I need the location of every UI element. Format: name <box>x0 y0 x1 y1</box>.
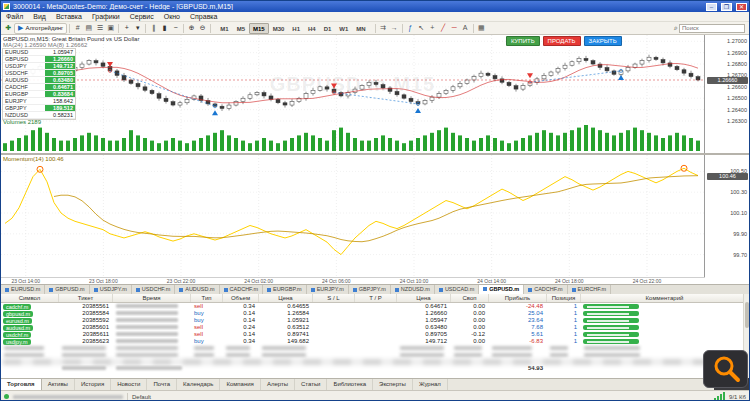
momentum-chart[interactable] <box>1 155 707 277</box>
chart-line-button[interactable]: ~ <box>170 23 181 34</box>
terminal-tab-3[interactable]: Новости <box>111 379 147 390</box>
column-header-7[interactable]: T / P <box>355 294 397 302</box>
column-header-3[interactable]: Тип <box>191 294 223 302</box>
scrollbar-thumb[interactable] <box>745 302 749 328</box>
buy-button[interactable]: КУПИТЬ <box>506 36 540 46</box>
terminal-header[interactable]: СимволТикетВремяТипОбъемЦенаS / LT / PЦе… <box>1 294 749 303</box>
chart-tab-0[interactable]: EURUSD.m <box>1 285 45 294</box>
timeframe-mn[interactable]: MN <box>352 23 369 34</box>
chart-bars-button[interactable]: ∥ <box>148 23 159 34</box>
column-header-4[interactable]: Объем <box>223 294 259 302</box>
quote-row-cadchf[interactable]: CADCHF0.64671 <box>3 84 75 91</box>
quote-row-usdchf[interactable]: USDCHF0.89705 <box>3 70 75 77</box>
crosshair-button[interactable]: + <box>427 23 438 34</box>
timeframe-h4[interactable]: H4 <box>304 23 320 34</box>
table-row[interactable]: usdjpy.m20385623buy0.34149.682149.7120.0… <box>1 338 749 345</box>
terminal-tab-10[interactable]: Эксперты <box>373 379 413 390</box>
terminal-tab-9[interactable]: Библиотека <box>327 379 373 390</box>
column-header-1[interactable]: Тикет <box>59 294 113 302</box>
chart-tab-10[interactable]: USDCAD.m <box>435 285 479 294</box>
column-header-5[interactable]: Цена <box>259 294 313 302</box>
objects-cursor-button[interactable]: ↖ <box>416 23 427 34</box>
indicator-pane[interactable]: Momentum(14) 100.46 <box>1 155 705 277</box>
chart-shift-button[interactable]: → <box>389 23 400 34</box>
chart-area[interactable]: GBPUSD.m,M15 GBPUSD.m,M15: Great Britain… <box>1 35 749 284</box>
trendline-button[interactable]: ╱ <box>438 23 449 34</box>
table-row[interactable]: audusd.m20385601sell0.240.635120.634800.… <box>1 324 749 331</box>
indicator-scale[interactable]: 100.50100.30100.1099.9099.70100.46 <box>705 155 749 277</box>
maximize-button[interactable]: ❐ <box>721 3 732 11</box>
zoom-widget[interactable] <box>703 350 748 388</box>
column-header-6[interactable]: S / L <box>313 294 355 302</box>
sell-button[interactable]: ПРОДАТЬ <box>543 36 581 46</box>
timeframe-m30[interactable]: M30 <box>269 23 289 34</box>
zoom-out-button[interactable]: ⊖ <box>197 23 208 34</box>
chart-tab-6[interactable]: EURGBP.m <box>263 285 307 294</box>
quote-row-usdjpy[interactable]: USDJPY149.712 <box>3 63 75 70</box>
auto-scroll-button[interactable]: ⇉ <box>378 23 389 34</box>
column-header-11[interactable]: Позиция <box>547 294 581 302</box>
terminal-tab-11[interactable]: Журнал <box>413 379 448 390</box>
terminal-tab-6[interactable]: Компания <box>220 379 260 390</box>
chart-tab-12[interactable]: CADCHF.m <box>524 285 567 294</box>
timeframe-m5[interactable]: M5 <box>233 23 249 34</box>
data-window-button[interactable]: ▤ <box>83 23 94 34</box>
hline-button[interactable]: ─ <box>449 23 460 34</box>
timeframe-m15[interactable]: M15 <box>249 23 269 34</box>
timeframe-m1[interactable]: M1 <box>216 23 232 34</box>
chart-tab-13[interactable]: EURCHF.m <box>568 285 611 294</box>
menu-item-5[interactable]: Окно <box>159 12 185 22</box>
quote-row-nzdusd[interactable]: NZDUSD0.58231 <box>3 112 75 119</box>
table-row[interactable]: usdchf.m20385611sell0.140.897410.89705-0… <box>1 331 749 338</box>
terminal-tab-8[interactable]: Статьи <box>295 379 327 390</box>
tile-windows-button[interactable]: ▦ <box>476 23 487 34</box>
price-pane[interactable]: GBPUSD.m,M15 GBPUSD.m,M15: Great Britain… <box>1 35 705 153</box>
menu-item-1[interactable]: Вид <box>28 12 51 22</box>
titlebar[interactable]: 3000014 - MetaQuotes-Demo: Демо-счет - H… <box>1 1 749 12</box>
chart-tab-11[interactable]: GBPUSD.m <box>479 284 524 294</box>
search-input[interactable] <box>679 24 745 33</box>
profiles-button[interactable]: ▾ <box>132 23 143 34</box>
chart-tab-8[interactable]: GBPJPY.m <box>349 285 391 294</box>
column-header-8[interactable]: Цена <box>397 294 451 302</box>
market-watch-button[interactable]: # <box>72 23 83 34</box>
table-row-redacted[interactable] <box>1 345 749 352</box>
column-header-10[interactable]: Прибыль <box>489 294 547 302</box>
candlestick-chart[interactable] <box>1 35 707 153</box>
chart-tab-2[interactable]: USDJPY.m <box>90 285 132 294</box>
zoom-in-button[interactable]: ⊕ <box>186 23 197 34</box>
quote-row-eurjpy[interactable]: EURJPY158.642 <box>3 98 75 105</box>
profile-name[interactable]: Default <box>132 394 151 400</box>
timeframe-d1[interactable]: D1 <box>320 23 336 34</box>
chart-candles-button[interactable]: ▮ <box>159 23 170 34</box>
menu-item-0[interactable]: Файл <box>1 12 28 22</box>
quote-row-eurgbp[interactable]: EURGBP0.83684 <box>3 91 75 98</box>
quote-row-audusd[interactable]: AUDUSD0.63480 <box>3 77 75 84</box>
column-header-2[interactable]: Время <box>113 294 191 302</box>
price-scale[interactable]: 1.270001.269001.268001.267001.266001.265… <box>705 35 749 153</box>
time-axis[interactable]: 23 Oct 14:0023 Oct 18:0023 Oct 22:0024 O… <box>1 277 705 284</box>
navigator-button[interactable]: ☰ <box>94 23 105 34</box>
chart-tab-5[interactable]: CADCHF.m <box>220 285 263 294</box>
minimize-button[interactable]: – <box>706 3 717 11</box>
table-row[interactable]: eurusd.m20385592buy0.141.059211.059470.0… <box>1 317 749 324</box>
table-row[interactable]: gbpusd.m20385584buy0.141.265841.266600.0… <box>1 310 749 317</box>
terminal-tab-5[interactable]: Календарь <box>177 379 220 390</box>
terminal-tab-1[interactable]: Активы <box>42 379 75 390</box>
quote-row-gbpjpy[interactable]: GBPJPY189.512 <box>3 105 75 112</box>
new-order-button[interactable]: ✚ <box>3 23 14 34</box>
table-row[interactable]: cadchf.m20385561sell0.340.646550.646710.… <box>1 303 749 310</box>
quote-row-eurusd[interactable]: EURUSD1.05947 <box>3 49 75 56</box>
terminal-tab-7[interactable]: Алерты <box>261 379 295 390</box>
timeframe-w1[interactable]: W1 <box>335 23 352 34</box>
terminal-tab-2[interactable]: История <box>75 379 111 390</box>
toolbox-button[interactable]: ▣ <box>105 23 116 34</box>
quote-row-gbpusd[interactable]: GBPUSD1.26660 <box>3 56 75 63</box>
menu-item-2[interactable]: Вставка <box>51 12 87 22</box>
chart-tab-3[interactable]: USDCHF.m <box>132 285 175 294</box>
terminal-tab-0[interactable]: Торговля <box>1 379 42 390</box>
close-position-button[interactable]: ЗАКРЫТЬ <box>584 36 622 46</box>
text-button[interactable]: A <box>460 23 471 34</box>
table-row-redacted[interactable] <box>1 352 749 359</box>
chart-tab-1[interactable]: GBPUSD.m <box>45 285 89 294</box>
